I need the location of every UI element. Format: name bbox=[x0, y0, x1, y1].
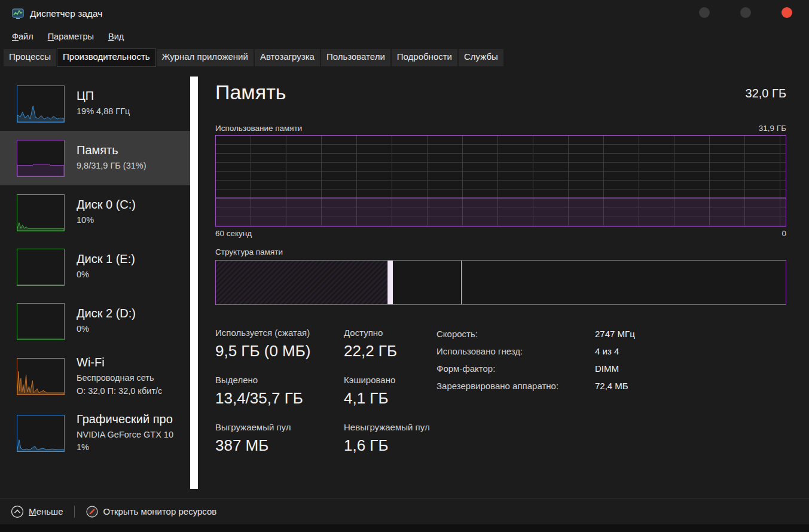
sidebar-wifi-stats: О: 32,0 П: 32,0 кбит/с bbox=[77, 385, 162, 398]
sidebar-scrollbar-track[interactable] bbox=[190, 77, 198, 489]
memory-stats-section: Используется (сжатая) 9,5 ГБ (0 МБ) Дост… bbox=[215, 328, 786, 455]
fewer-details-label: Меньше bbox=[29, 506, 63, 516]
composition-inuse-segment bbox=[216, 261, 388, 304]
memory-panel: Память 32,0 ГБ Использование памяти 31,9… bbox=[215, 81, 786, 455]
sidebar-memory-stats: 9,8/31,9 ГБ (31%) bbox=[77, 160, 146, 173]
tab-bar: Процессы Производительность Журнал прило… bbox=[0, 49, 809, 66]
tab-processes[interactable]: Процессы bbox=[4, 49, 56, 66]
window-title: Диспетчер задач bbox=[30, 8, 102, 19]
open-resource-monitor-link[interactable]: Открыть монитор ресурсов bbox=[86, 505, 217, 518]
chevron-up-circle-icon bbox=[11, 505, 24, 518]
detail-speed-label: Скорость: bbox=[436, 329, 595, 339]
stat-paged-pool: Выгружаемый пул 387 МБ bbox=[215, 422, 344, 455]
x-axis-left-label: 60 секунд bbox=[215, 229, 252, 238]
menu-view[interactable]: Вид bbox=[102, 29, 130, 44]
minimize-button[interactable] bbox=[699, 7, 710, 18]
cpu-mini-graph bbox=[17, 85, 65, 123]
stat-label: Используется (сжатая) bbox=[215, 328, 344, 338]
usage-chart-x-axis: 60 секунд 0 bbox=[215, 229, 786, 238]
stat-label: Выгружаемый пул bbox=[215, 422, 344, 432]
sidebar-disk0-stats: 10% bbox=[77, 214, 136, 227]
sidebar-item-disk1[interactable]: Диск 1 (E:) 0% bbox=[0, 240, 190, 294]
memory-usage-line bbox=[216, 136, 786, 226]
gpu-mini-graph bbox=[17, 415, 65, 452]
menu-options[interactable]: Параметры bbox=[42, 29, 100, 44]
sidebar-item-disk0[interactable]: Диск 0 (C:) 10% bbox=[0, 185, 190, 240]
detail-slots-label: Использовано гнезд: bbox=[436, 346, 595, 356]
footer-divider bbox=[74, 506, 75, 518]
composition-standby-divider bbox=[461, 261, 462, 304]
sidebar-wifi-title: Wi-Fi bbox=[77, 356, 162, 369]
stat-value: 9,5 ГБ (0 МБ) bbox=[215, 342, 344, 360]
close-button[interactable] bbox=[781, 7, 792, 18]
tab-performance[interactable]: Производительность bbox=[57, 49, 155, 66]
stat-label: Невыгружаемый пул bbox=[344, 422, 499, 432]
stat-in-use: Используется (сжатая) 9,5 ГБ (0 МБ) bbox=[215, 328, 344, 360]
sidebar-item-wifi[interactable]: Wi-Fi Беспроводная сеть О: 32,0 П: 32,0 … bbox=[0, 348, 190, 405]
disk0-mini-graph bbox=[17, 194, 65, 231]
stat-value: 387 МБ bbox=[215, 436, 344, 455]
tab-users[interactable]: Пользователи bbox=[321, 49, 390, 66]
memory-hardware-details: Скорость: 2747 МГц Использовано гнезд: 4… bbox=[436, 329, 635, 391]
stat-value: 1,6 ГБ bbox=[344, 436, 499, 455]
resource-monitor-label: Открыть монитор ресурсов bbox=[103, 506, 217, 516]
sidebar-item-disk2[interactable]: Диск 2 (D:) 0% bbox=[0, 294, 190, 348]
title-bar: Диспетчер задач bbox=[0, 0, 809, 27]
stat-nonpaged-pool: Невыгружаемый пул 1,6 ГБ bbox=[344, 422, 499, 455]
sidebar-item-cpu[interactable]: ЦП 19% 4,88 ГГц bbox=[0, 77, 190, 131]
menu-file[interactable]: Файл bbox=[6, 29, 39, 44]
performance-sidebar: ЦП 19% 4,88 ГГц Память 9,8/31,9 ГБ (31%)… bbox=[0, 77, 190, 489]
tab-details[interactable]: Подробности bbox=[392, 49, 457, 66]
sidebar-cpu-stats: 19% 4,88 ГГц bbox=[77, 105, 130, 118]
sidebar-scrollbar-thumb[interactable] bbox=[190, 77, 198, 489]
sidebar-gpu-stats: 1% bbox=[77, 441, 173, 454]
x-axis-right-label: 0 bbox=[781, 229, 786, 238]
sidebar-disk2-title: Диск 2 (D:) bbox=[77, 307, 136, 320]
stat-label: Выделено bbox=[215, 375, 344, 385]
sidebar-item-memory[interactable]: Память 9,8/31,9 ГБ (31%) bbox=[0, 131, 190, 185]
memory-header: Память 32,0 ГБ bbox=[215, 81, 786, 114]
sidebar-gpu-name: NVIDIA GeForce GTX 10 bbox=[77, 429, 173, 442]
memory-usage-graph[interactable] bbox=[215, 135, 786, 227]
sidebar-disk0-title: Диск 0 (C:) bbox=[77, 198, 136, 212]
fewer-details-button[interactable]: Меньше bbox=[11, 505, 63, 518]
wifi-mini-graph bbox=[17, 358, 65, 395]
sidebar-gpu-title: Графический про bbox=[77, 412, 173, 426]
window-bottom-edge bbox=[0, 524, 809, 532]
detail-formfactor-label: Форм-фактор: bbox=[436, 363, 595, 374]
detail-formfactor-value: DIMM bbox=[595, 363, 635, 374]
memory-total: 32,0 ГБ bbox=[746, 87, 786, 100]
sidebar-cpu-title: ЦП bbox=[77, 89, 130, 103]
sidebar-disk1-stats: 0% bbox=[77, 268, 135, 282]
stat-value: 13,4/35,7 ГБ bbox=[215, 389, 344, 408]
usage-chart-title: Использование памяти bbox=[215, 124, 302, 133]
window-controls bbox=[699, 7, 792, 18]
menu-bar: Файл Параметры Вид bbox=[0, 27, 809, 45]
composition-modified-segment bbox=[388, 261, 393, 304]
tab-services[interactable]: Службы bbox=[459, 49, 503, 66]
composition-title: Структура памяти bbox=[215, 247, 786, 256]
maximize-button[interactable] bbox=[740, 7, 751, 18]
disk1-mini-graph bbox=[17, 249, 65, 286]
usage-chart-max: 31,9 ГБ bbox=[759, 124, 786, 133]
sidebar-disk1-title: Диск 1 (E:) bbox=[77, 252, 135, 266]
detail-slots-value: 4 из 4 bbox=[595, 346, 635, 356]
stat-value: 4,1 ГБ bbox=[344, 389, 499, 408]
memory-composition-bar[interactable] bbox=[215, 260, 786, 305]
page-title: Память bbox=[215, 81, 286, 104]
detail-reserved-label: Зарезервировано аппаратно: bbox=[436, 381, 595, 391]
task-manager-app-icon bbox=[12, 8, 24, 20]
footer-bar: Меньше Открыть монитор ресурсов bbox=[0, 498, 809, 524]
detail-reserved-value: 72,4 МБ bbox=[595, 381, 635, 391]
disk2-mini-graph bbox=[17, 303, 65, 340]
memory-mini-graph bbox=[17, 140, 65, 177]
tab-startup[interactable]: Автозагрузка bbox=[255, 49, 320, 66]
sidebar-disk2-stats: 0% bbox=[77, 323, 136, 336]
sidebar-wifi-network: Беспроводная сеть bbox=[77, 372, 162, 385]
tab-app-history[interactable]: Журнал приложений bbox=[157, 49, 254, 66]
detail-speed-value: 2747 МГц bbox=[595, 329, 635, 339]
stat-committed: Выделено 13,4/35,7 ГБ bbox=[215, 375, 344, 408]
resource-monitor-icon bbox=[86, 505, 99, 518]
sidebar-item-gpu[interactable]: Графический про NVIDIA GeForce GTX 10 1% bbox=[0, 405, 190, 462]
sidebar-memory-title: Память bbox=[77, 143, 146, 157]
